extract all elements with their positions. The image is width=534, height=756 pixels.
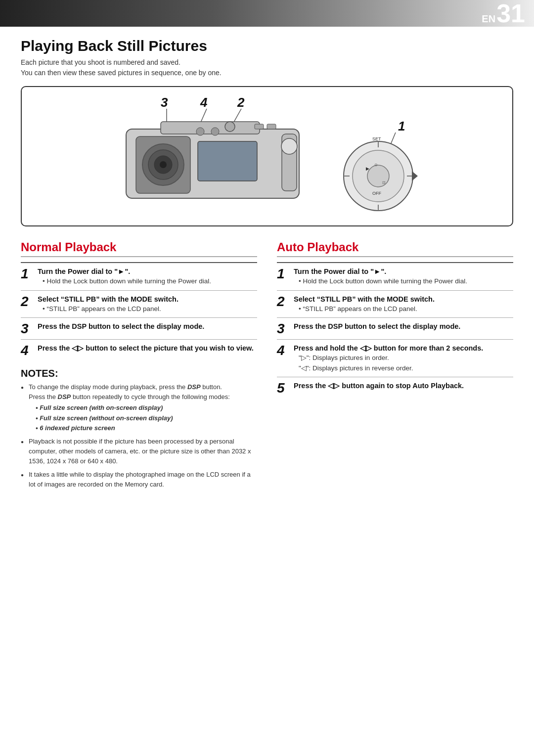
auto-step-4-sub-1: "▷": Displays pictures in order. bbox=[299, 353, 513, 363]
svg-point-26 bbox=[367, 165, 389, 187]
step-4-main: Press the ◁▷ button to select the pictur… bbox=[38, 343, 257, 353]
note-1: To change the display mode during playba… bbox=[21, 382, 257, 433]
auto-step-2-sub-1: “STILL PB” appears on the LCD panel. bbox=[299, 304, 513, 314]
auto-step-3-num: 3 bbox=[277, 321, 294, 336]
note-sub-2: Full size screen (without on-screen disp… bbox=[29, 413, 257, 423]
auto-step-4-sub: "▷": Displays pictures in order. "◁": Di… bbox=[294, 353, 513, 373]
intro-text: Each picture that you shoot is numbered … bbox=[21, 57, 513, 78]
svg-text:SET: SET bbox=[372, 136, 381, 141]
notes-section: NOTES: To change the display mode during… bbox=[21, 368, 257, 489]
step-1-sub-1: Hold the Lock button down while turning … bbox=[43, 276, 257, 286]
svg-point-14 bbox=[196, 128, 204, 135]
svg-text:3: 3 bbox=[161, 97, 168, 110]
auto-step-5-content: Press the ◁▷ button again to stop Auto P… bbox=[294, 381, 513, 391]
auto-step-2: 2 Select “STILL PB” with the MODE switch… bbox=[277, 290, 513, 318]
normal-step-4: 4 Press the ◁▷ button to select the pict… bbox=[21, 339, 257, 361]
svg-point-16 bbox=[225, 122, 235, 132]
auto-step-2-num: 2 bbox=[277, 294, 294, 309]
header-bar: EN 31 bbox=[0, 0, 534, 27]
step-1-num: 1 bbox=[21, 267, 38, 281]
auto-playback-steps: 1 Turn the Power dial to "►". Hold the L… bbox=[277, 262, 513, 399]
normal-step-3: 3 Press the DSP button to select the dis… bbox=[21, 317, 257, 339]
svg-text:1: 1 bbox=[398, 119, 405, 133]
normal-playback-section: Normal Playback 1 Turn the Power dial to… bbox=[21, 240, 257, 493]
svg-text:OFF: OFF bbox=[372, 191, 381, 196]
note-1-sub: Full size screen (with on-screen display… bbox=[29, 403, 257, 433]
auto-step-4-num: 4 bbox=[277, 343, 294, 357]
svg-rect-7 bbox=[161, 122, 260, 134]
note-sub-3: 6 indexed picture screen bbox=[29, 423, 257, 433]
svg-text:2: 2 bbox=[237, 97, 245, 110]
svg-rect-19 bbox=[255, 124, 264, 129]
auto-playback-heading: Auto Playback bbox=[277, 240, 513, 257]
note-2: Playback is not possible if the picture … bbox=[21, 437, 257, 466]
svg-rect-20 bbox=[267, 124, 276, 129]
normal-step-1: 1 Turn the Power dial to "►". Hold the L… bbox=[21, 262, 257, 290]
step-1-sub: Hold the Lock button down while turning … bbox=[38, 276, 257, 286]
svg-text:⊡: ⊡ bbox=[382, 180, 386, 185]
auto-step-5: 5 Press the ◁▷ button again to stop Auto… bbox=[277, 377, 513, 399]
main-content: Playing Back Still Pictures Each picture… bbox=[0, 27, 534, 508]
auto-step-2-main: Select “STILL PB” with the MODE switch. bbox=[294, 294, 513, 304]
step-2-sub: “STILL PB” appears on the LCD panel. bbox=[38, 304, 257, 314]
step-1-content: Turn the Power dial to "►". Hold the Loc… bbox=[38, 267, 257, 287]
auto-step-4-sub-2: "◁": Displays pictures in reverse order. bbox=[299, 363, 513, 373]
auto-step-1-num: 1 bbox=[277, 267, 294, 281]
auto-step-1-main: Turn the Power dial to "►". bbox=[294, 267, 513, 276]
auto-step-1-sub: Hold the Lock button down while turning … bbox=[294, 276, 513, 286]
intro-line-2: You can then view these saved pictures i… bbox=[21, 68, 513, 78]
svg-point-18 bbox=[281, 138, 297, 154]
page-number-box: EN 31 bbox=[482, 0, 525, 26]
svg-point-15 bbox=[211, 128, 219, 135]
note-3: It takes a little while to display the p… bbox=[21, 470, 257, 489]
step-3-content: Press the DSP button to select the displ… bbox=[38, 321, 257, 331]
step-3-main: Press the DSP button to select the displ… bbox=[38, 321, 257, 331]
auto-step-3-content: Press the DSP button to select the displ… bbox=[294, 321, 513, 331]
camera-svg: 3 4 2 bbox=[111, 97, 319, 206]
auto-step-4: 4 Press and hold the ◁▷ button for more … bbox=[277, 339, 513, 377]
svg-point-12 bbox=[160, 161, 167, 168]
normal-step-2: 2 Select “STILL PB” with the MODE switch… bbox=[21, 290, 257, 318]
auto-step-2-sub: “STILL PB” appears on the LCD panel. bbox=[294, 304, 513, 314]
en-label: EN bbox=[482, 13, 495, 25]
dial-drawing: 1 SET ▶ bbox=[339, 97, 423, 216]
step-2-num: 2 bbox=[21, 294, 38, 309]
camera-drawing: 3 4 2 bbox=[111, 97, 319, 207]
step-2-sub-1: “STILL PB” appears on the LCD panel. bbox=[43, 304, 257, 314]
step-3-num: 3 bbox=[21, 321, 38, 336]
page-title: Playing Back Still Pictures bbox=[21, 38, 513, 54]
step-4-num: 4 bbox=[21, 343, 38, 357]
svg-marker-34 bbox=[412, 171, 418, 181]
auto-step-3-main: Press the DSP button to select the displ… bbox=[294, 321, 513, 331]
auto-step-2-content: Select “STILL PB” with the MODE switch. … bbox=[294, 294, 513, 314]
notes-list: To change the display mode during playba… bbox=[21, 382, 257, 489]
auto-step-3: 3 Press the DSP button to select the dis… bbox=[277, 317, 513, 339]
camera-illustration: 3 4 2 bbox=[111, 97, 423, 216]
normal-playback-steps: 1 Turn the Power dial to "►". Hold the L… bbox=[21, 262, 257, 361]
step-2-content: Select “STILL PB” with the MODE switch. … bbox=[38, 294, 257, 314]
page-number: 31 bbox=[496, 0, 525, 26]
svg-rect-13 bbox=[198, 141, 257, 181]
auto-step-4-main: Press and hold the ◁▷ button for more th… bbox=[294, 343, 513, 353]
auto-step-1: 1 Turn the Power dial to "►". Hold the L… bbox=[277, 262, 513, 290]
auto-step-5-main: Press the ◁▷ button again to stop Auto P… bbox=[294, 381, 513, 391]
dial-svg: 1 SET ▶ bbox=[339, 117, 423, 216]
auto-playback-section: Auto Playback 1 Turn the Power dial to "… bbox=[277, 240, 513, 493]
two-column-section: Normal Playback 1 Turn the Power dial to… bbox=[21, 240, 513, 493]
svg-text:▶: ▶ bbox=[366, 166, 369, 171]
auto-step-5-num: 5 bbox=[277, 381, 294, 395]
auto-step-4-content: Press and hold the ◁▷ button for more th… bbox=[294, 343, 513, 373]
normal-playback-heading: Normal Playback bbox=[21, 240, 257, 257]
svg-text:4: 4 bbox=[200, 97, 208, 110]
step-2-main: Select “STILL PB” with the MODE switch. bbox=[38, 294, 257, 304]
auto-step-1-content: Turn the Power dial to "►". Hold the Loc… bbox=[294, 267, 513, 287]
step-1-main: Turn the Power dial to "►". bbox=[38, 267, 257, 276]
notes-title: NOTES: bbox=[21, 368, 257, 379]
svg-text:⊙: ⊙ bbox=[374, 163, 378, 167]
camera-illustration-box: 3 4 2 bbox=[21, 86, 513, 226]
auto-step-1-sub-1: Hold the Lock button down while turning … bbox=[299, 276, 513, 286]
intro-line-1: Each picture that you shoot is numbered … bbox=[21, 57, 513, 68]
note-sub-1: Full size screen (with on-screen display… bbox=[29, 403, 257, 413]
step-4-content: Press the ◁▷ button to select the pictur… bbox=[38, 343, 257, 353]
